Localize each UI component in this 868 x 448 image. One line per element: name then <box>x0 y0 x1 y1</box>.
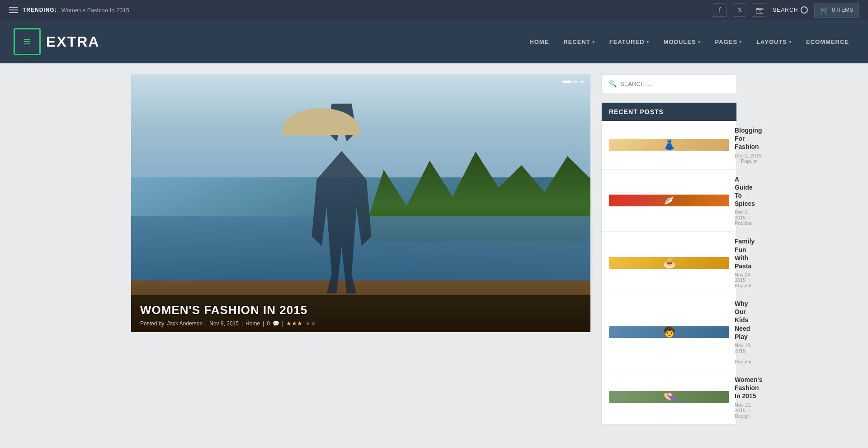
cart-icon: 🛒 <box>820 6 829 14</box>
top-bar-right: f 𝕏 📷 SEARCH 🛒 0 ITEMS <box>713 3 859 18</box>
instagram-icon[interactable]: 📷 <box>753 3 766 17</box>
sidebar-search-box[interactable]: 🔍 <box>601 74 737 93</box>
post-meta: Nov 24, 2015 | Popular <box>735 272 755 288</box>
slide-dot-1[interactable] <box>562 81 571 83</box>
main-nav: HOME RECENT ▾ FEATURED ▾ MODULES ▾ PAGES… <box>524 35 854 49</box>
search-button[interactable]: SEARCH <box>773 6 808 14</box>
chevron-down-icon: ▾ <box>698 39 701 44</box>
sidebar: 🔍 RECENT POSTS 👗 Blogging For Fashion De… <box>601 74 737 424</box>
nav-recent[interactable]: RECENT ▾ <box>558 35 600 49</box>
meta-author[interactable]: Jack Anderson <box>167 320 203 327</box>
content-wrapper: WOMEN'S FASHION IN 2015 Posted by Jack A… <box>118 63 750 435</box>
facebook-icon[interactable]: f <box>713 3 726 17</box>
recent-posts-header: RECENT POSTS <box>602 103 736 121</box>
post-info: Blogging For Fashion Dec 2, 2015 | Popul… <box>735 126 762 164</box>
top-bar: TRENDING: Women's Fashion In 2015 f 𝕏 📷 … <box>0 0 868 20</box>
list-item[interactable]: 🍝 Family Fun With Pasta Nov 24, 2015 | P… <box>602 232 736 294</box>
post-thumbnail: 👗 <box>609 139 729 151</box>
cart-button[interactable]: 🛒 0 ITEMS <box>814 3 859 18</box>
search-box-icon: 🔍 <box>609 80 617 87</box>
chevron-down-icon: ▾ <box>646 39 649 44</box>
search-label: SEARCH <box>773 7 798 13</box>
nav-modules[interactable]: MODULES ▾ <box>658 35 706 49</box>
list-item[interactable]: 👗 Blogging For Fashion Dec 2, 2015 | Pop… <box>602 121 736 170</box>
post-tag: Popular <box>735 283 752 288</box>
hamburger-menu[interactable] <box>9 7 18 13</box>
meta-prefix: Posted by <box>140 320 164 327</box>
meta-comments: 0 <box>267 320 270 327</box>
nav-home[interactable]: HOME <box>524 35 554 49</box>
post-date: Dec 2, 2015 <box>735 153 761 158</box>
sidebar-search-input[interactable] <box>620 81 729 87</box>
post-tag: Popular <box>735 220 752 226</box>
recent-posts-widget: RECENT POSTS 👗 Blogging For Fashion Dec … <box>601 102 737 424</box>
post-meta: Nov 11, 2015 | Design <box>735 402 762 419</box>
slide-dot-2[interactable] <box>573 81 578 83</box>
post-date: Dec 2, 2015 <box>735 210 749 220</box>
post-info: Family Fun With Pasta Nov 24, 2015 | Pop… <box>735 237 755 288</box>
logo-text: EXTRA <box>46 33 99 50</box>
chevron-down-icon: ▾ <box>739 39 742 44</box>
post-thumbnail: 🧒 <box>609 326 729 338</box>
post-title: A Guide To Spices <box>735 175 755 208</box>
post-tag: Design <box>735 413 750 419</box>
list-item[interactable]: 🌶 A Guide To Spices Dec 2, 2015 | Popula… <box>602 170 736 232</box>
trending-label: TRENDING: <box>23 7 57 13</box>
site-header: ≡ EXTRA HOME RECENT ▾ FEATURED ▾ MODULES… <box>0 20 868 63</box>
post-thumbnail: 🌶 <box>609 195 729 206</box>
post-thumbnail: 👒 <box>609 391 729 403</box>
post-tag: Popular <box>735 359 752 364</box>
featured-title[interactable]: WOMEN'S FASHION IN 2015 <box>140 303 581 317</box>
post-title: Family Fun With Pasta <box>735 237 755 270</box>
twitter-icon[interactable]: 𝕏 <box>733 3 746 17</box>
featured-image: WOMEN'S FASHION IN 2015 Posted by Jack A… <box>131 74 590 332</box>
top-bar-left: TRENDING: Women's Fashion In 2015 <box>9 7 129 14</box>
cart-label: 0 ITEMS <box>832 7 853 13</box>
sky-bg <box>131 74 590 177</box>
trending-text: Women's Fashion In 2015 <box>61 7 129 14</box>
meta-date: Nov 9, 2015 <box>209 320 239 327</box>
search-icon <box>801 6 808 14</box>
chevron-down-icon: ▾ <box>789 39 792 44</box>
post-tag: Popular <box>741 158 758 164</box>
list-item[interactable]: 🧒 Why Our Kids Need Play Nov 18, 2015 | … <box>602 294 736 370</box>
post-info: Why Our Kids Need Play Nov 18, 2015 | Po… <box>735 300 752 364</box>
nav-layouts[interactable]: LAYOUTS ▾ <box>751 35 797 49</box>
caption-overlay: WOMEN'S FASHION IN 2015 Posted by Jack A… <box>131 295 590 332</box>
post-info: A Guide To Spices Dec 2, 2015 | Popular <box>735 175 755 226</box>
featured-image-container: WOMEN'S FASHION IN 2015 Posted by Jack A… <box>131 74 590 332</box>
logo-link[interactable]: ≡ EXTRA <box>14 28 99 55</box>
post-meta: Dec 2, 2015 | Popular <box>735 153 762 164</box>
slide-dot-3[interactable] <box>580 81 584 83</box>
post-date: Nov 18, 2015 <box>735 343 752 353</box>
meta-category[interactable]: Home <box>245 320 260 327</box>
logo-box: ≡ <box>14 28 41 55</box>
post-meta: Nov 18, 2015 | Popular <box>735 343 752 364</box>
nav-ecommerce[interactable]: ECOMMERCE <box>801 35 854 49</box>
slide-dots <box>562 81 584 83</box>
nav-featured[interactable]: FEATURED ▾ <box>604 35 655 49</box>
post-title: Why Our Kids Need Play <box>735 300 752 341</box>
nav-pages[interactable]: PAGES ▾ <box>710 35 748 49</box>
logo-symbol: ≡ <box>24 34 31 49</box>
post-title: Blogging For Fashion <box>735 126 762 151</box>
post-info: Women's Fashion In 2015 Nov 11, 2015 | D… <box>735 376 762 419</box>
comment-icon: 💬 <box>273 320 279 327</box>
featured-meta: Posted by Jack Anderson | Nov 9, 2015 | … <box>140 320 581 327</box>
star-empty: ★★ <box>305 320 316 327</box>
post-meta: Dec 2, 2015 | Popular <box>735 210 755 226</box>
chevron-down-icon: ▾ <box>592 39 595 44</box>
main-content: WOMEN'S FASHION IN 2015 Posted by Jack A… <box>131 74 590 424</box>
star-filled: ★★★ <box>286 320 302 327</box>
post-thumbnail: 🍝 <box>609 257 729 269</box>
list-item[interactable]: 👒 Women's Fashion In 2015 Nov 11, 2015 |… <box>602 370 736 424</box>
post-title: Women's Fashion In 2015 <box>735 376 762 400</box>
